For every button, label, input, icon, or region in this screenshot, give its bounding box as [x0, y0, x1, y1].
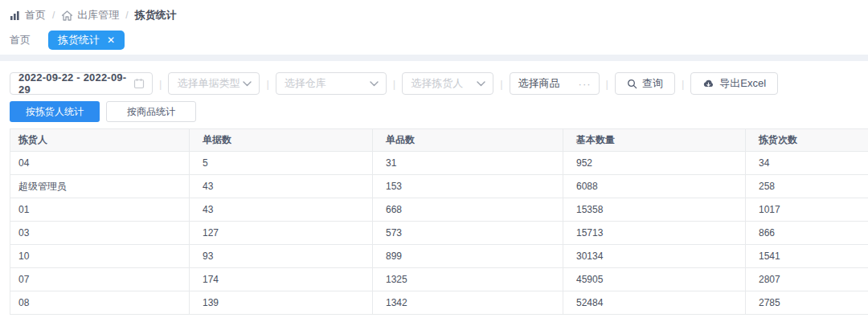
table-row: 超级管理员431536088258: [10, 175, 868, 198]
stats-table-wrap: 拣货人 单据数 单品数 基本数量 拣货次数 0453195234超级管理员431…: [10, 128, 868, 315]
table-cell: 07: [10, 268, 190, 291]
table-cell: 573: [373, 222, 563, 245]
content-panel: 2022-09-22 - 2022-09-29 | 选择单据类型 | 选择仓库 …: [0, 61, 868, 315]
table-cell: 31: [373, 152, 563, 175]
ellipsis-icon: ···: [579, 78, 592, 90]
section-divider: [0, 55, 868, 61]
tab-home[interactable]: 首页: [10, 30, 37, 51]
table-cell: 43: [190, 175, 373, 198]
table-cell: 15713: [563, 222, 746, 245]
table-cell: 1342: [373, 291, 563, 315]
close-icon[interactable]: ✕: [107, 35, 115, 45]
warehouse-placeholder: 选择仓库: [285, 76, 326, 91]
table-cell: 258: [746, 175, 868, 198]
table-row: 0143668153581017: [10, 198, 868, 222]
table-row: 1093899301341541: [10, 245, 868, 268]
tab-picking-stats-label: 拣货统计: [58, 33, 100, 47]
table-cell: 1325: [373, 268, 563, 291]
filter-separator: |: [606, 78, 608, 90]
table-cell: 899: [373, 245, 563, 268]
table-cell: 2785: [746, 291, 868, 315]
page-title: 拣货统计: [135, 8, 177, 22]
search-icon: [627, 79, 637, 89]
table-header-row: 拣货人 单据数 单品数 基本数量 拣货次数: [10, 129, 868, 152]
tab-bar: 首页 拣货统计 ✕: [10, 30, 858, 55]
view-toggle: 按拣货人统计 按商品统计: [10, 101, 868, 122]
col-header-pick-times: 拣货次数: [746, 129, 868, 152]
table-row: 081391342524842785: [10, 291, 868, 315]
breadcrumb: 首页 / 出库管理 / 拣货统计: [0, 0, 868, 22]
tab-picking-stats[interactable]: 拣货统计 ✕: [48, 31, 125, 50]
chart-bars-icon: [10, 10, 21, 21]
export-excel-label: 导出Excel: [719, 76, 766, 91]
breadcrumb-separator: /: [52, 10, 55, 21]
table-row: 071741325459052807: [10, 268, 868, 291]
export-excel-button[interactable]: 导出Excel: [690, 72, 778, 95]
table-cell: 174: [190, 268, 373, 291]
table-cell: 04: [10, 152, 190, 175]
table-cell: 08: [10, 291, 190, 315]
chevron-down-icon: [243, 81, 252, 87]
product-select[interactable]: 选择商品 ···: [510, 72, 600, 95]
query-button[interactable]: 查询: [615, 72, 675, 95]
table-cell: 93: [190, 245, 373, 268]
table-cell: 15358: [563, 198, 746, 222]
stats-table: 拣货人 单据数 单品数 基本数量 拣货次数 0453195234超级管理员431…: [10, 128, 868, 315]
table-cell: 668: [373, 198, 563, 222]
date-range-input[interactable]: 2022-09-22 - 2022-09-29: [10, 72, 153, 95]
picker-select[interactable]: 选择拣货人: [402, 72, 493, 95]
filter-toolbar: 2022-09-22 - 2022-09-29 | 选择单据类型 | 选择仓库 …: [10, 72, 868, 95]
table-cell: 03: [10, 222, 190, 245]
doc-type-placeholder: 选择单据类型: [177, 76, 240, 91]
breadcrumb-home-label: 首页: [25, 8, 46, 22]
breadcrumb-section-label: 出库管理: [77, 8, 119, 22]
date-range-value: 2022-09-22 - 2022-09-29: [18, 71, 133, 96]
table-cell: 139: [190, 291, 373, 315]
filter-separator: |: [266, 78, 268, 90]
table-body: 0453195234超级管理员4315360882580143668153581…: [10, 152, 868, 315]
table-cell: 952: [563, 152, 746, 175]
breadcrumb-current: 拣货统计: [135, 8, 177, 22]
table-cell: 10: [10, 245, 190, 268]
table-cell: 52484: [563, 291, 746, 315]
col-header-picker: 拣货人: [10, 129, 190, 152]
query-button-label: 查询: [642, 76, 663, 91]
filter-separator: |: [682, 78, 684, 90]
toggle-by-picker[interactable]: 按拣货人统计: [10, 101, 100, 122]
table-cell: 超级管理员: [10, 175, 190, 198]
home-icon: [61, 10, 73, 21]
table-cell: 5: [190, 152, 373, 175]
table-cell: 2807: [746, 268, 868, 291]
filter-separator: |: [393, 78, 395, 90]
table-cell: 153: [373, 175, 563, 198]
chevron-down-icon: [370, 81, 379, 87]
breadcrumb-section[interactable]: 出库管理: [61, 8, 119, 22]
table-cell: 866: [746, 222, 868, 245]
filter-separator: |: [159, 78, 162, 90]
table-cell: 43: [190, 198, 373, 222]
table-cell: 45905: [563, 268, 746, 291]
top-bar: 首页 / 出库管理 / 拣货统计 首页 拣货统计 ✕: [0, 0, 868, 55]
col-header-doc-count: 单据数: [190, 129, 373, 152]
calendar-icon: [133, 78, 145, 89]
table-row: 0312757315713866: [10, 222, 868, 245]
table-cell: 30134: [563, 245, 746, 268]
table-cell: 34: [746, 152, 868, 175]
table-row: 0453195234: [10, 152, 868, 175]
col-header-item-count: 单品数: [373, 129, 563, 152]
warehouse-select[interactable]: 选择仓库: [276, 72, 387, 95]
col-header-base-quantity: 基本数量: [563, 129, 746, 152]
chevron-down-icon: [477, 81, 485, 87]
breadcrumb-home[interactable]: 首页: [10, 8, 46, 22]
breadcrumb-separator: /: [125, 10, 128, 21]
table-cell: 6088: [563, 175, 746, 198]
table-cell: 127: [190, 222, 373, 245]
doc-type-select[interactable]: 选择单据类型: [168, 72, 260, 95]
product-placeholder: 选择商品: [518, 76, 560, 91]
cloud-download-icon: [702, 79, 714, 88]
toggle-by-product[interactable]: 按商品统计: [106, 101, 196, 122]
table-cell: 1541: [746, 245, 868, 268]
table-cell: 1017: [746, 198, 868, 222]
table-cell: 01: [10, 198, 190, 222]
filter-separator: |: [500, 78, 502, 90]
